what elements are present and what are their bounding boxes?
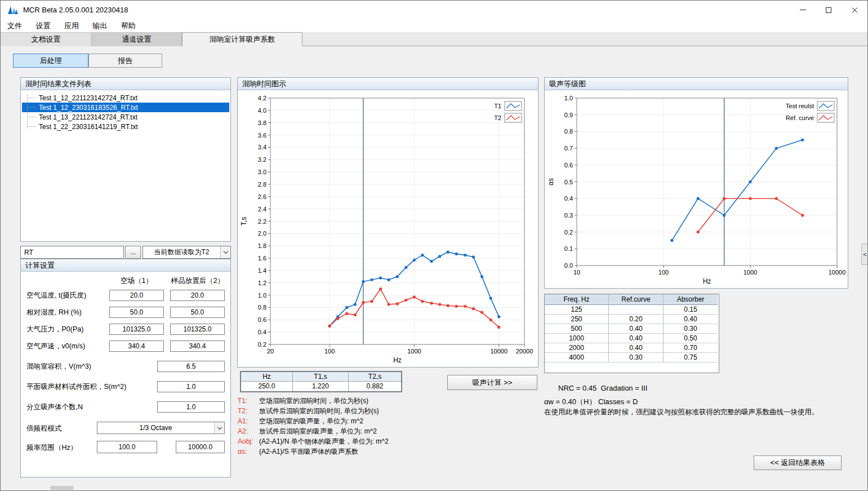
octave-mode-label: 倍频程模式	[26, 423, 62, 434]
close-button[interactable]	[842, 1, 867, 19]
rt-chart[interactable]: 0.20.40.60.81.01.21.41.61.82.02.22.42.62…	[238, 90, 538, 367]
cell-refcurve: 0.40	[609, 334, 664, 343]
note-label: Aobj:	[238, 437, 257, 445]
tree-dash-icon	[27, 107, 35, 108]
humidity-field-1[interactable]	[109, 307, 164, 318]
rt-cursor-table-header: Hz T1,s T2,s	[241, 372, 401, 382]
sound-speed-field-1[interactable]	[109, 340, 164, 352]
col-t1: T1,s	[293, 372, 349, 382]
browse-button[interactable]: ...	[125, 246, 141, 259]
legend-label-Ref-curve: Ref. curve	[786, 114, 814, 121]
svg-text:20000: 20000	[516, 348, 533, 355]
svg-text:3.4: 3.4	[258, 144, 266, 151]
freq-max-field[interactable]	[176, 441, 225, 453]
svg-text:2.8: 2.8	[258, 181, 266, 188]
object-count-field[interactable]	[157, 401, 225, 413]
svg-text:0.2: 0.2	[564, 229, 573, 236]
chevron-down-icon	[220, 246, 230, 258]
menu-apply[interactable]: 应用	[59, 19, 84, 32]
scrollbar-fragment[interactable]	[50, 486, 74, 490]
air-temp-field-2[interactable]	[170, 290, 225, 301]
cell-absorber: 0.75	[664, 353, 718, 362]
data-target-select[interactable]: 当前数据读取为T2	[143, 246, 231, 259]
table-row[interactable]: 1000 0.40 0.50	[545, 334, 719, 343]
tab-channel-settings[interactable]: 通道设置	[92, 32, 182, 46]
rating-table-header: Freq. Hz Ref.curve Absorber	[545, 294, 719, 305]
minimize-button[interactable]	[790, 1, 816, 19]
note-label: T2:	[238, 407, 257, 415]
svg-text:10000: 10000	[490, 348, 508, 355]
cell-refcurve	[609, 305, 664, 315]
tab-reverb-absorption[interactable]: 混响室计算吸声系数	[182, 32, 302, 46]
pressure-field-2[interactable]	[170, 324, 225, 335]
file-item-selected[interactable]: Test 1_12_230316183526_RT.txt	[22, 103, 229, 112]
note-text: (A2-A1)/S 平面吸声体的吸声系数	[259, 447, 358, 457]
svg-text:1000: 1000	[744, 269, 757, 276]
legend-label-T2: T2	[494, 114, 501, 121]
tab-document-settings[interactable]: 文档设置	[1, 32, 92, 46]
air-temp-field-1[interactable]	[109, 290, 164, 301]
svg-text:4.0: 4.0	[258, 107, 266, 114]
col-absorber: Absorber	[664, 294, 718, 305]
file-list-panel-title: 混时间结果文件列表	[21, 78, 230, 90]
subtab-report[interactable]: 报告	[88, 54, 162, 68]
app-logo-icon	[7, 5, 19, 16]
table-row[interactable]: 2000 0.40 0.70	[545, 343, 719, 353]
svg-text:1.4: 1.4	[258, 267, 266, 274]
subtab-postprocess[interactable]: 后处理	[13, 54, 88, 68]
cell-freq: 125	[545, 305, 609, 315]
collapse-panel-handle[interactable]: <	[861, 244, 868, 265]
svg-text:2.4: 2.4	[258, 206, 266, 213]
room-volume-label: 混响室容积，V(m^3)	[26, 361, 91, 372]
col-refcurve: Ref.curve	[609, 294, 664, 305]
pressure-label: 大气压力，P0(Pa)	[26, 324, 83, 335]
file-item[interactable]: Test 1_22_230316141219_RT.txt	[21, 122, 230, 131]
note-t1: T1: 空场混响室的混响时间，单位为秒(s)	[238, 396, 389, 406]
svg-text:1.6: 1.6	[258, 255, 266, 262]
table-row[interactable]: 500 0.40 0.30	[545, 324, 719, 334]
definitions-notes: T1: 空场混响室的混响时间，单位为秒(s) T2: 放试件后混响室的混响时间,…	[238, 396, 389, 457]
rt-chart-panel: 混响时间图示 0.20.40.60.81.01.21.41.61.82.02.2…	[237, 77, 538, 368]
file-item-label: Test 1_22_230316141219_RT.txt	[39, 123, 138, 131]
menu-file[interactable]: 文件	[2, 19, 28, 32]
absorption-calc-button[interactable]: 吸声计算 >>	[447, 375, 537, 390]
note-label: A2:	[238, 427, 257, 435]
tree-dash-icon	[27, 126, 35, 127]
cell-absorber: 0.15	[664, 305, 718, 315]
pressure-field-1[interactable]	[109, 324, 164, 335]
svg-text:0.4: 0.4	[258, 329, 266, 335]
file-item[interactable]: Test 1_12_221123142724_RT.txt	[21, 93, 230, 103]
octave-mode-select[interactable]: 1/3 Octave	[97, 422, 225, 434]
table-row[interactable]: 250 0.20 0.40	[545, 315, 719, 324]
cursor-hz-value: 250.0	[241, 382, 293, 391]
svg-text:0.4: 0.4	[564, 195, 573, 202]
note-text: 空场混响室的吸声量，单位为: m^2	[259, 417, 363, 426]
menu-output[interactable]: 输出	[87, 19, 113, 32]
room-volume-field[interactable]	[157, 361, 225, 372]
file-item[interactable]: Test 1_13_221123142724_RT.txt	[21, 112, 230, 122]
calc-settings-panel: 计算设置 空场（1） 样品放置后（2） 空气温度, t(摄氏度) 相对湿度, R…	[20, 259, 231, 477]
cell-absorber: 0.40	[664, 315, 718, 324]
menu-settings[interactable]: 设置	[30, 19, 56, 32]
svg-text:0.0: 0.0	[564, 262, 573, 269]
freq-range-label: 频率范围（Hz）	[26, 442, 77, 453]
freq-min-field[interactable]	[97, 441, 157, 453]
humidity-field-2[interactable]	[170, 307, 225, 318]
note-alpha-s: αs: (A2-A1)/S 平面吸声体的吸声系数	[238, 446, 389, 457]
rt-name-input[interactable]	[20, 246, 124, 259]
cell-freq: 1000	[545, 334, 609, 343]
sample-area-field[interactable]	[157, 381, 225, 392]
legend-label-T1: T1	[494, 103, 501, 109]
sound-speed-field-2[interactable]	[170, 340, 225, 352]
chevron-down-icon	[214, 422, 224, 434]
maximize-button[interactable]	[816, 1, 842, 19]
menu-help[interactable]: 帮助	[115, 19, 141, 32]
calc-settings-title: 计算设置	[21, 259, 230, 272]
table-row[interactable]: 4000 0.30 0.75	[545, 353, 719, 362]
return-results-button[interactable]: << 返回结果表格	[754, 455, 842, 470]
svg-text:0.9: 0.9	[564, 112, 573, 118]
table-row[interactable]: 125 0.15	[545, 305, 719, 315]
tree-dash-icon	[27, 98, 35, 98]
rating-chart[interactable]: 0.00.10.20.30.40.50.60.70.80.91.01010010…	[545, 90, 848, 288]
svg-text:100: 100	[324, 348, 335, 355]
